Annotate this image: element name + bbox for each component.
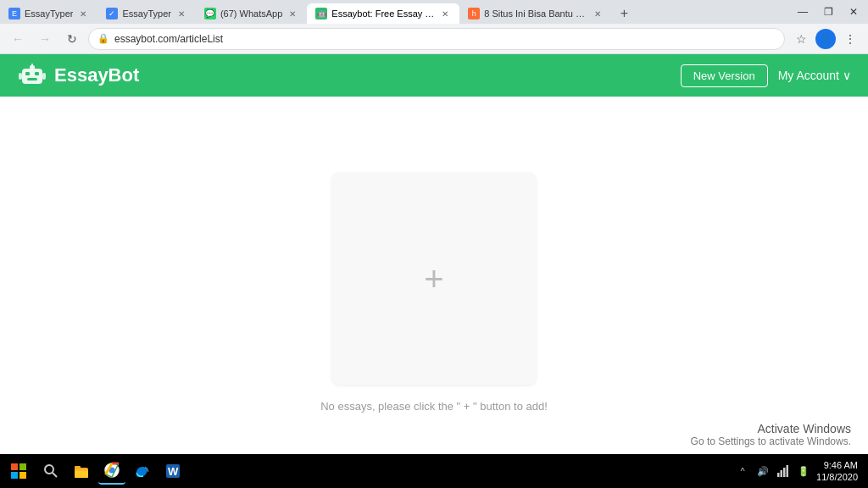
address-bar: ← → ↻ 🔒 essaybot.com/articleList ☆ 👤 ⋮ [0, 24, 868, 54]
tab-favicon-3: 💬 [204, 8, 216, 19]
url-text: essaybot.com/articleList [114, 33, 223, 45]
tab-essaybot[interactable]: 🤖 Essaybot: Free Essay Writing T... ✕ [307, 3, 459, 24]
svg-rect-5 [31, 64, 33, 66]
tab-favicon-4: 🤖 [315, 8, 327, 19]
my-account-label: My Account [778, 69, 839, 82]
svg-line-13 [53, 473, 57, 477]
logo-area: EssayBot [17, 60, 139, 91]
address-actions: ☆ 👤 ⋮ [790, 28, 861, 50]
tab-title-2: EssayTyper [122, 8, 170, 19]
tab-favicon-1: E [8, 8, 20, 19]
chrome-icon [103, 462, 120, 479]
svg-rect-6 [19, 73, 22, 80]
taskbar-chrome[interactable] [98, 458, 125, 485]
new-version-button[interactable]: New Version [681, 64, 768, 87]
tab-close-4[interactable]: ✕ [439, 8, 451, 19]
svg-text:W: W [168, 465, 179, 478]
clock-time: 9:46 AM [824, 459, 858, 471]
tab-favicon-5: h [468, 8, 480, 19]
add-essay-card[interactable]: + [332, 173, 536, 385]
menu-button[interactable]: ⋮ [839, 28, 861, 50]
browser-frame: E EssayTyper ✕ ✓ EssayTyper ✕ 💬 (67) Wha… [0, 0, 868, 488]
bookmark-button[interactable]: ☆ [790, 28, 812, 50]
tab-essaytyper-2[interactable]: ✓ EssayTyper ✕ [97, 3, 195, 24]
edge-icon [134, 463, 151, 480]
windows-activation-notice: Activate Windows Go to Settings to activ… [691, 422, 851, 447]
file-explorer-icon [73, 463, 90, 480]
tab-title-3: (67) WhatsApp [220, 8, 282, 19]
app-header: EssayBot New Version My Account ∨ [0, 54, 868, 97]
svg-rect-16 [75, 466, 81, 469]
svg-rect-8 [11, 463, 18, 470]
search-taskbar-icon [44, 464, 58, 478]
tray-volume-icon[interactable]: 🔊 [755, 463, 771, 479]
tab-close-3[interactable]: ✕ [287, 8, 298, 19]
taskbar-edge[interactable] [129, 458, 156, 485]
my-account-button[interactable]: My Account ∨ [778, 69, 851, 82]
svg-point-12 [45, 465, 53, 474]
tab-whatsapp[interactable]: 💬 (67) WhatsApp ✕ [196, 3, 307, 24]
tab-close-2[interactable]: ✕ [175, 8, 187, 19]
svg-rect-22 [781, 470, 783, 477]
window-controls: — ❐ ✕ [792, 3, 868, 20]
tab-title-5: 8 Situs Ini Bisa Bantu Esai Hing... [484, 8, 587, 19]
title-bar: E EssayTyper ✕ ✓ EssayTyper ✕ 💬 (67) Wha… [0, 0, 868, 24]
close-button[interactable]: ✕ [843, 3, 865, 20]
svg-rect-11 [19, 472, 26, 479]
header-actions: New Version My Account ∨ [681, 64, 851, 87]
tray-clock[interactable]: 9:46 AM 11/8/2020 [816, 459, 858, 484]
robot-logo-icon [17, 60, 47, 91]
svg-rect-1 [25, 72, 30, 75]
svg-rect-7 [42, 73, 46, 80]
svg-rect-24 [787, 465, 789, 477]
tray-network-icon[interactable] [776, 463, 791, 479]
add-essay-icon: + [424, 262, 443, 296]
tab-close-5[interactable]: ✕ [592, 8, 604, 19]
account-chevron-icon: ∨ [843, 69, 851, 82]
start-button[interactable] [3, 456, 34, 486]
taskbar: W ^ 🔊 🔋 9:46 AM 11/8/2020 [0, 454, 868, 488]
activate-windows-title: Activate Windows [691, 422, 851, 435]
tab-title-1: EssayTyper [25, 8, 73, 19]
svg-rect-21 [777, 473, 780, 477]
svg-rect-10 [11, 472, 18, 479]
clock-date: 11/8/2020 [816, 471, 858, 483]
taskbar-word[interactable]: W [159, 458, 186, 485]
svg-rect-9 [19, 463, 26, 470]
taskbar-tray: ^ 🔊 🔋 9:46 AM 11/8/2020 [735, 459, 865, 484]
svg-rect-3 [27, 78, 37, 80]
tray-chevron[interactable]: ^ [735, 463, 750, 479]
activate-windows-subtitle: Go to Settings to activate Windows. [691, 435, 851, 447]
security-icon: 🔒 [97, 33, 109, 44]
word-icon: W [164, 463, 181, 480]
tab-close-1[interactable]: ✕ [77, 8, 89, 19]
new-tab-button[interactable]: + [612, 3, 636, 24]
tabs-container: E EssayTyper ✕ ✓ EssayTyper ✕ 💬 (67) Wha… [0, 0, 792, 24]
tab-essaytyper-1[interactable]: E EssayTyper ✕ [0, 3, 97, 24]
tab-situs[interactable]: h 8 Situs Ini Bisa Bantu Esai Hing... ✕ [459, 3, 612, 24]
tab-title-4: Essaybot: Free Essay Writing T... [331, 8, 435, 19]
search-taskbar-button[interactable] [37, 458, 64, 485]
svg-rect-0 [22, 69, 42, 84]
svg-rect-23 [783, 468, 786, 477]
url-bar[interactable]: 🔒 essaybot.com/articleList [88, 28, 785, 50]
taskbar-file-explorer[interactable] [68, 458, 95, 485]
no-essays-message: No essays, please click the " + " button… [320, 400, 548, 413]
logo-text: EssayBot [54, 64, 139, 86]
tab-favicon-2: ✓ [106, 8, 118, 19]
windows-logo-icon [11, 463, 26, 479]
maximize-button[interactable]: ❐ [817, 3, 839, 20]
network-icon [776, 464, 790, 478]
refresh-button[interactable]: ↻ [61, 28, 83, 50]
back-button[interactable]: ← [7, 28, 29, 50]
tray-battery-icon[interactable]: 🔋 [796, 463, 811, 479]
profile-button[interactable]: 👤 [815, 29, 836, 49]
minimize-button[interactable]: — [792, 3, 814, 20]
svg-rect-2 [35, 72, 39, 75]
forward-button[interactable]: → [34, 28, 56, 50]
